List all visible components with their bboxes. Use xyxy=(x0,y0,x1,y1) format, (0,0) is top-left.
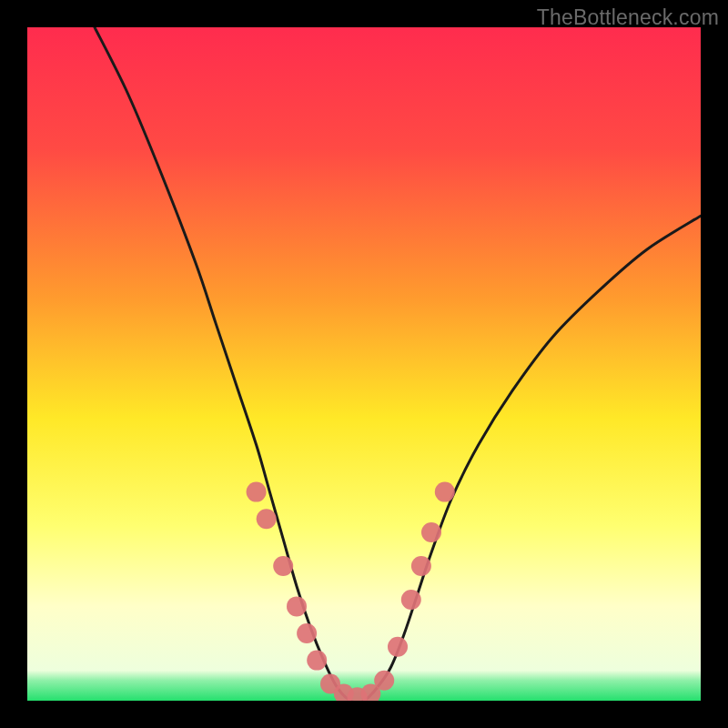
data-dot xyxy=(435,482,455,502)
data-dot xyxy=(257,509,277,529)
bottleneck-curve xyxy=(95,27,701,701)
data-dot xyxy=(411,556,431,576)
data-dot xyxy=(287,596,307,616)
curve-layer xyxy=(27,27,701,701)
data-dot xyxy=(273,556,293,576)
data-dot xyxy=(297,623,317,643)
watermark-text: TheBottleneck.com xyxy=(537,5,719,30)
chart-frame: TheBottleneck.com xyxy=(0,0,728,728)
plot-area xyxy=(27,27,701,701)
data-dot xyxy=(374,671,394,691)
data-dot xyxy=(247,482,267,502)
data-dot xyxy=(401,590,421,610)
data-dot xyxy=(388,637,408,657)
data-dot xyxy=(421,522,441,542)
data-dot xyxy=(307,651,327,671)
